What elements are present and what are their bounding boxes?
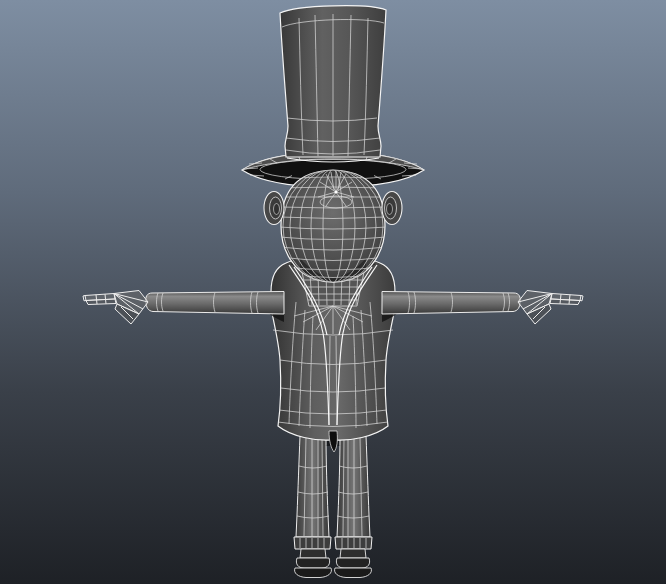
- coat-tail-slit: [329, 431, 337, 452]
- left-leg: [294, 436, 331, 578]
- left-shoe: [295, 549, 332, 578]
- character-model[interactable]: [83, 6, 583, 578]
- left-ear: [264, 192, 284, 225]
- 3d-viewport[interactable]: [0, 0, 666, 584]
- pant-cuff: [294, 537, 331, 549]
- hat-crown: [280, 6, 386, 162]
- face-pole-vertex: [335, 191, 338, 194]
- head: [279, 169, 387, 284]
- left-hand: [83, 291, 148, 325]
- right-hand: [518, 291, 583, 325]
- coat: [262, 257, 404, 452]
- right-ear: [382, 192, 402, 225]
- right-leg: [335, 436, 372, 578]
- viewport-canvas[interactable]: [0, 0, 666, 584]
- left-arm: [146, 292, 284, 315]
- right-arm: [382, 292, 520, 315]
